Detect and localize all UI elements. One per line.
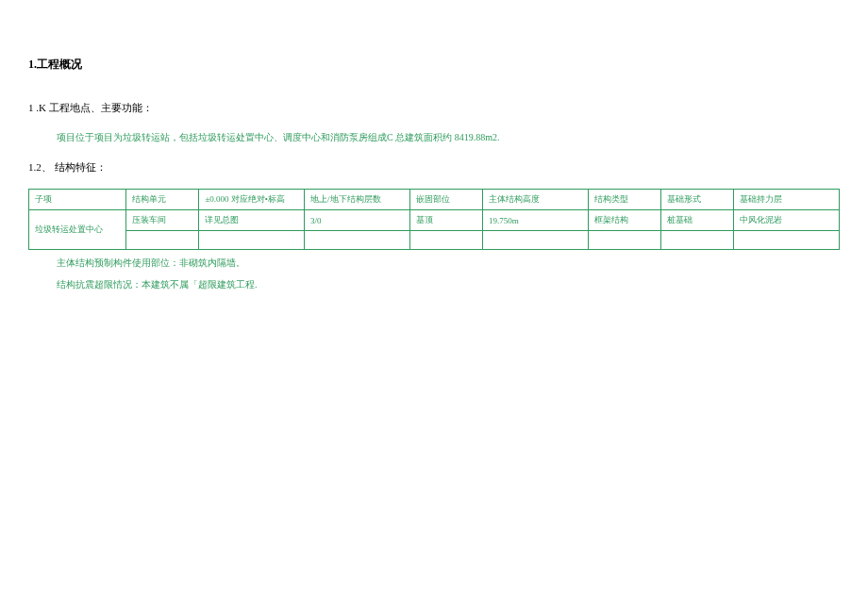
- header-cell: 基础持力层: [734, 190, 840, 210]
- data-cell: 中风化泥岩: [734, 210, 840, 231]
- table-header-row: 子项 结构单元 ±0.000 对应绝对•标高 地上/地下结构层数 嵌固部位 主体…: [29, 190, 840, 210]
- header-cell: ±0.000 对应绝对•标高: [199, 190, 305, 210]
- data-cell: 压装车间: [126, 210, 199, 231]
- data-cell: [409, 231, 482, 250]
- project-description: 项目位于项目为垃圾转运站，包括垃圾转运处置中心、调度中心和消防泵房组成C 总建筑…: [57, 129, 840, 146]
- table-row: 垃圾转运处置中心 压装车间 详见总图 3/0 基顶 19.750m 框架结构 桩…: [29, 210, 840, 231]
- data-cell: [305, 231, 410, 250]
- data-cell: 框架结构: [588, 210, 660, 231]
- note-2: 结构抗震超限情况：本建筑不属「超限建筑工程.: [57, 276, 840, 293]
- section-heading-3: 1.2、 结构特征：: [28, 160, 840, 174]
- header-cell: 结构类型: [588, 190, 660, 210]
- header-cell: 地上/地下结构层数: [305, 190, 410, 210]
- data-cell: [660, 231, 733, 250]
- header-cell: 子项: [29, 190, 126, 210]
- data-cell: 基顶: [409, 210, 482, 231]
- data-cell: [126, 231, 199, 250]
- data-cell: 垃圾转运处置中心: [29, 210, 126, 250]
- data-cell: 19.750m: [482, 210, 588, 231]
- data-cell: 详见总图: [199, 210, 305, 231]
- data-cell: [588, 231, 660, 250]
- data-cell: [734, 231, 840, 250]
- structure-table: 子项 结构单元 ±0.000 对应绝对•标高 地上/地下结构层数 嵌固部位 主体…: [28, 189, 840, 250]
- data-cell: [199, 231, 305, 250]
- header-cell: 基础形式: [660, 190, 733, 210]
- section-heading-2: 1 .K 工程地点、主要功能：: [28, 101, 840, 115]
- header-cell: 主体结构高度: [482, 190, 588, 210]
- data-cell: 3/0: [305, 210, 410, 231]
- header-cell: 结构单元: [126, 190, 199, 210]
- note-1: 主体结构预制构件使用部位：非砌筑内隔墙。: [57, 255, 840, 272]
- table-row: [29, 231, 840, 250]
- data-cell: [482, 231, 588, 250]
- header-cell: 嵌固部位: [409, 190, 482, 210]
- data-cell: 桩基础: [660, 210, 733, 231]
- section-heading-1: 1.工程概况: [28, 57, 840, 73]
